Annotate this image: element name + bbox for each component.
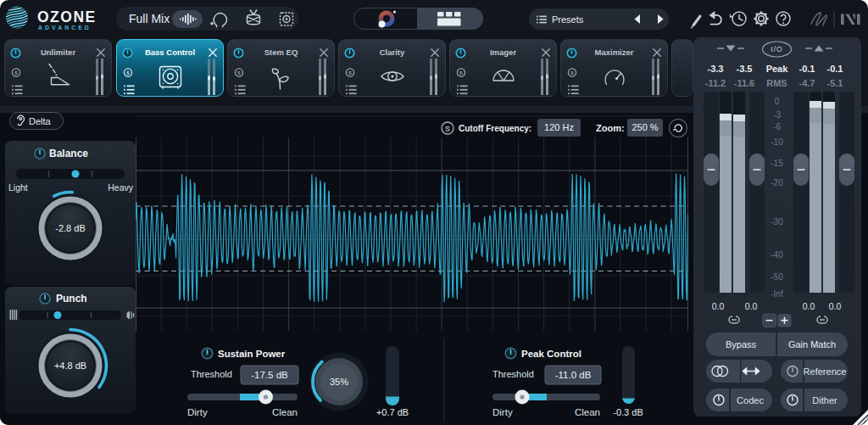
svg-text:OZONE: OZONE [37, 8, 97, 25]
svg-text:0.0: 0.0 [829, 301, 842, 311]
svg-text:0.0: 0.0 [803, 301, 815, 311]
svg-text:-5.1: -5.1 [827, 78, 843, 88]
svg-text:-20: -20 [771, 178, 783, 187]
svg-text:-6: -6 [773, 122, 781, 131]
svg-text:Peak Control: Peak Control [521, 349, 581, 359]
svg-text:-17.5 dB: -17.5 dB [251, 370, 288, 380]
svg-text:-4.7: -4.7 [799, 78, 815, 88]
svg-text:S: S [237, 70, 241, 75]
svg-text:-11.6: -11.6 [734, 78, 754, 88]
svg-text:+4.8 dB: +4.8 dB [54, 361, 86, 371]
svg-text:35%: 35% [330, 377, 348, 387]
svg-text:Dither: Dither [812, 395, 837, 405]
svg-text:-0.1: -0.1 [799, 64, 815, 74]
svg-text:Dirty: Dirty [187, 407, 208, 417]
svg-text:-3: -3 [773, 110, 781, 120]
svg-text:I/O: I/O [771, 45, 782, 53]
svg-text:S: S [459, 70, 463, 75]
svg-text:Bypass: Bypass [726, 339, 757, 350]
svg-text:-11.0 dB: -11.0 dB [555, 370, 592, 380]
svg-text:0.0: 0.0 [745, 301, 758, 311]
svg-text:-50: -50 [771, 272, 783, 282]
svg-text:-Inf: -Inf [771, 289, 783, 299]
svg-text:Presets: Presets [552, 14, 584, 25]
svg-text:Reference: Reference [804, 366, 847, 377]
svg-text:-0.1: -0.1 [827, 64, 843, 74]
svg-text:Cutoff Frequency:: Cutoff Frequency: [459, 124, 531, 133]
svg-text:Heavy: Heavy [108, 182, 134, 193]
svg-text:-15: -15 [771, 159, 783, 168]
svg-text:S: S [14, 70, 18, 75]
svg-text:Codec: Codec [737, 395, 764, 405]
svg-text:Delta: Delta [29, 116, 52, 126]
svg-text:-11.2: -11.2 [705, 78, 726, 88]
svg-text:S: S [570, 70, 574, 75]
svg-text:Peak: Peak [766, 64, 789, 74]
svg-text:+0.7 dB: +0.7 dB [376, 407, 409, 417]
svg-text:RMS: RMS [766, 78, 787, 88]
svg-text:Threshold: Threshold [492, 369, 534, 379]
svg-text:Light: Light [8, 182, 28, 193]
svg-text:Sustain Power: Sustain Power [218, 349, 286, 359]
svg-text:-3.3: -3.3 [708, 64, 724, 74]
svg-text:-0.3 dB: -0.3 dB [613, 407, 643, 417]
svg-text:-2.8 dB: -2.8 dB [55, 223, 85, 233]
svg-text:0.0: 0.0 [712, 301, 725, 311]
svg-text:S: S [348, 70, 352, 75]
svg-text:Threshold: Threshold [191, 369, 232, 379]
svg-text:Gain Match: Gain Match [788, 339, 836, 350]
svg-text:Punch: Punch [56, 293, 87, 305]
svg-text:-3.5: -3.5 [737, 64, 753, 74]
svg-text:-40: -40 [771, 250, 783, 260]
svg-text:Dirty: Dirty [492, 407, 513, 417]
svg-text:-10: -10 [771, 137, 783, 147]
svg-text:S: S [445, 125, 450, 133]
svg-text:S: S [126, 70, 130, 75]
svg-text:Clean: Clean [575, 407, 600, 417]
svg-text:ADVANCED: ADVANCED [38, 25, 92, 31]
svg-text:-30: -30 [771, 217, 783, 226]
svg-text:Balance: Balance [49, 148, 88, 159]
svg-text:0: 0 [775, 97, 780, 106]
svg-text:Clean: Clean [272, 407, 298, 417]
